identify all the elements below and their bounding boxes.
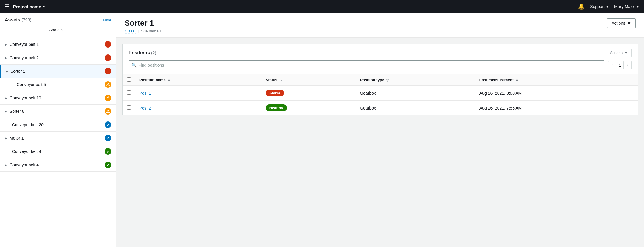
hide-label: Hide (103, 18, 111, 22)
site-name-label: Site name 1 (141, 29, 162, 33)
expand-icon-conveyor-belt-2[interactable]: ▶ (5, 56, 7, 60)
positions-title-area: Positions (2) (129, 50, 156, 56)
user-menu[interactable]: Mary Major ▼ (614, 4, 639, 9)
asset-name-conveyor-belt-4a: Conveyor belt 4 (12, 149, 41, 154)
warning-status-icon-conveyor-belt-5: ⚠ (105, 81, 111, 88)
positions-panel: Positions (2) Actions ▼ 🔍 ‹ 1 (122, 44, 638, 115)
positions-actions-button[interactable]: Actions ▼ (606, 49, 632, 57)
project-name: Project name (13, 4, 41, 9)
search-icon: 🔍 (131, 63, 137, 68)
sidebar-item-conveyor-belt-4b[interactable]: ▶Conveyor belt 4✓ (0, 158, 116, 172)
position-name-cell-pos-2: Pos. 2 (135, 101, 261, 115)
search-input[interactable] (129, 60, 604, 70)
support-menu[interactable]: Support ▼ (590, 4, 609, 9)
last-measurement-sort-icon: ▽ (516, 79, 518, 82)
sidebar-item-sorter-1[interactable]: ▶Sorter 1! (0, 65, 116, 78)
asset-name-conveyor-belt-10: Conveyor belt 10 (10, 96, 41, 100)
sidebar-item-conveyor-belt-10[interactable]: ▶Conveyor belt 10⚠ (0, 91, 116, 105)
asset-name-sorter-8: Sorter 8 (10, 109, 24, 114)
expand-icon-sorter-1[interactable]: ▶ (6, 70, 8, 73)
position-name-cell-pos-1: Pos. 1 (135, 86, 261, 101)
asset-header: Sorter 1 Class I | Site name 1 Actions ▼ (116, 13, 644, 38)
sidebar-item-conveyor-belt-2[interactable]: ▶Conveyor belt 2! (0, 51, 116, 65)
main-content: Sorter 1 Class I | Site name 1 Actions ▼… (116, 13, 644, 247)
hide-sidebar-button[interactable]: ‹ Hide (101, 18, 111, 22)
sidebar-header: Assets (793) ‹ Hide (0, 13, 116, 26)
asset-name-conveyor-belt-20: Conveyor belt 20 (12, 122, 44, 127)
alarm-status-icon-sorter-1: ! (105, 68, 111, 74)
col-last-measurement[interactable]: Last measurement ▽ (475, 74, 638, 86)
asset-name-sorter-1: Sorter 1 (10, 69, 25, 74)
position-type-sort-icon: ▽ (386, 79, 389, 82)
warning-status-icon-conveyor-belt-10: ⚠ (105, 95, 111, 101)
expand-icon-motor-1[interactable]: ▶ (5, 137, 7, 140)
asset-name-conveyor-belt-1: Conveyor belt 1 (10, 42, 39, 47)
col-position-name[interactable]: Position name ▽ (135, 74, 261, 86)
positions-actions-caret-icon: ▼ (624, 51, 628, 55)
alarm-status-icon-conveyor-belt-2: ! (105, 54, 111, 61)
asset-actions-button[interactable]: Actions ▼ (607, 18, 636, 28)
asset-title: Sorter 1 (125, 18, 162, 28)
actions-caret-icon: ▼ (627, 21, 631, 26)
row-checkbox-pos-1[interactable] (127, 90, 131, 95)
last-measurement-cell-pos-2: Aug 26, 2021, 7:56 AM (475, 101, 638, 115)
position-type-cell-pos-2: Gearbox (356, 101, 475, 115)
hide-chevron-icon: ‹ (101, 18, 102, 22)
sidebar-item-conveyor-belt-4a[interactable]: Conveyor belt 4✓ (0, 145, 116, 158)
sidebar-title-area: Assets (793) (5, 17, 31, 23)
sidebar-item-conveyor-belt-20[interactable]: Conveyor belt 20↗ (0, 118, 116, 132)
sidebar-item-sorter-8[interactable]: ▶Sorter 8⚠ (0, 105, 116, 118)
support-caret-icon: ▼ (606, 5, 609, 8)
top-nav-right: 🔔 Support ▼ Mary Major ▼ (578, 3, 639, 10)
asset-name-conveyor-belt-2: Conveyor belt 2 (10, 55, 39, 60)
notifications-bell-icon[interactable]: 🔔 (578, 3, 585, 10)
position-link-pos-1[interactable]: Pos. 1 (139, 91, 151, 96)
support-label: Support (590, 4, 605, 9)
table-row: Pos. 1AlarmGearboxAug 26, 2021, 8:00 AM (123, 86, 638, 101)
position-name-sort-icon: ▽ (168, 79, 170, 82)
positions-actions-label: Actions (610, 51, 623, 55)
pagination-controls: ‹ 1 › (608, 61, 632, 69)
row-checkbox-cell-pos-2 (123, 101, 135, 115)
assets-sidebar: Assets (793) ‹ Hide Add asset ▶Conveyor … (0, 13, 116, 247)
select-all-header (123, 74, 135, 86)
table-header-row: Position name ▽ Status ▲ Position type ▽ (123, 74, 638, 86)
col-status[interactable]: Status ▲ (261, 74, 356, 86)
prev-icon: ‹ (612, 63, 613, 67)
search-wrapper: 🔍 (129, 60, 604, 70)
asset-header-left: Sorter 1 Class I | Site name 1 (125, 18, 162, 33)
expand-icon-sorter-8[interactable]: ▶ (5, 110, 7, 113)
breadcrumb: Class I | Site name 1 (125, 29, 162, 33)
asset-name-motor-1: Motor 1 (10, 136, 24, 140)
position-type-cell-pos-1: Gearbox (356, 86, 475, 101)
alarm-status-icon-conveyor-belt-1: ! (105, 41, 111, 48)
actions-label: Actions (612, 21, 625, 26)
col-position-type[interactable]: Position type ▽ (356, 74, 475, 86)
expand-icon-conveyor-belt-4b[interactable]: ▶ (5, 163, 7, 167)
select-all-checkbox[interactable] (127, 77, 131, 82)
ok-status-icon-conveyor-belt-4b: ✓ (105, 162, 111, 168)
project-caret-icon: ▼ (42, 5, 45, 8)
pagination-prev-button[interactable]: ‹ (608, 61, 616, 69)
hamburger-icon[interactable]: ☰ (5, 3, 10, 10)
pagination-next-button[interactable]: › (623, 61, 632, 69)
sidebar-item-conveyor-belt-1[interactable]: ▶Conveyor belt 1! (0, 38, 116, 51)
top-navigation: ☰ Project name ▼ 🔔 Support ▼ Mary Major … (0, 0, 644, 13)
project-selector[interactable]: Project name ▼ (13, 4, 45, 9)
row-checkbox-pos-2[interactable] (127, 105, 131, 110)
positions-count: (2) (151, 51, 156, 55)
sidebar-item-motor-1[interactable]: ▶Motor 1↗ (0, 132, 116, 145)
status-cell-pos-1: Alarm (261, 86, 356, 101)
row-checkbox-cell-pos-1 (123, 86, 135, 101)
add-asset-button[interactable]: Add asset (5, 26, 111, 34)
position-link-pos-2[interactable]: Pos. 2 (139, 106, 151, 110)
asset-name-conveyor-belt-5: Conveyor belt 5 (17, 82, 46, 87)
unknown-status-icon-conveyor-belt-20: ↗ (105, 121, 111, 128)
class-link[interactable]: Class I (125, 29, 137, 33)
breadcrumb-separator: | (138, 29, 139, 33)
positions-title: Positions (129, 50, 150, 55)
expand-icon-conveyor-belt-1[interactable]: ▶ (5, 43, 7, 46)
sidebar-item-conveyor-belt-5[interactable]: Conveyor belt 5⚠ (0, 78, 116, 91)
expand-icon-conveyor-belt-10[interactable]: ▶ (5, 96, 7, 100)
last-measurement-cell-pos-1: Aug 26, 2021, 8:00 AM (475, 86, 638, 101)
